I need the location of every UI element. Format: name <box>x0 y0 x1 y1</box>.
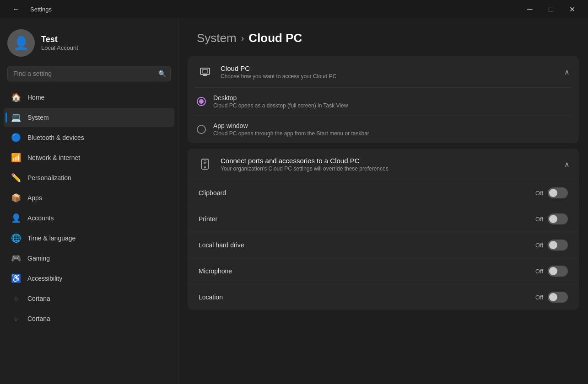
microphone-toggle[interactable] <box>548 266 568 277</box>
breadcrumb-parent: System <box>197 31 237 45</box>
breadcrumb-separator: › <box>241 33 244 43</box>
sidebar-item-label: Cortana <box>27 315 50 322</box>
sidebar-item-gaming[interactable]: 🎮 Gaming <box>4 249 174 268</box>
sidebar-item-cortana1[interactable]: ○ Cortana <box>4 289 174 308</box>
local-hard-drive-row: Local hard drive Off <box>188 232 579 258</box>
sidebar-item-label: Apps <box>27 194 42 202</box>
app-title: Settings <box>30 6 52 13</box>
maximize-button[interactable]: □ <box>540 0 561 18</box>
local-hard-drive-toggle[interactable] <box>548 240 568 251</box>
connect-ports-subtitle: Your organization's Cloud PC settings wi… <box>221 165 388 172</box>
back-icon: ← <box>12 5 20 13</box>
microphone-status: Off <box>535 268 543 275</box>
connect-ports-chevron-icon: ∧ <box>564 160 570 169</box>
bluetooth-icon: 🔵 <box>11 133 21 143</box>
clipboard-toggle[interactable] <box>548 187 568 198</box>
cloud-pc-icon <box>197 64 213 80</box>
app-window-option-desc: Cloud PC opens through the app from the … <box>213 130 369 137</box>
sidebar-item-network[interactable]: 📶 Network & internet <box>4 148 174 167</box>
connect-ports-title: Connect ports and accessories to a Cloud… <box>221 157 388 165</box>
sidebar-item-cortana2[interactable]: ○ Cortana <box>4 309 174 328</box>
sidebar-item-time[interactable]: 🌐 Time & language <box>4 229 174 248</box>
svg-rect-0 <box>200 68 210 75</box>
svg-rect-1 <box>202 69 208 73</box>
connect-ports-icon <box>197 156 213 172</box>
printer-toggle[interactable] <box>548 213 568 224</box>
time-icon: 🌐 <box>11 233 21 243</box>
breadcrumb: System › Cloud PC <box>178 18 588 56</box>
sidebar-item-label: Network & internet <box>27 154 80 161</box>
sidebar-item-personalization[interactable]: ✏️ Personalization <box>4 168 174 187</box>
section-header-left: Cloud PC Choose how you want to access y… <box>197 64 336 80</box>
desktop-radio-option[interactable]: Desktop Cloud PC opens as a desktop (ful… <box>188 88 579 115</box>
cloud-pc-chevron-icon: ∧ <box>564 68 570 76</box>
accounts-icon: 👤 <box>11 213 21 223</box>
sidebar-nav: 🏠 Home 💻 System 🔵 Bluetooth & devices 📶 … <box>0 87 178 384</box>
apps-icon: 📦 <box>11 193 21 203</box>
profile-subtitle: Local Account <box>41 44 78 51</box>
location-status: Off <box>535 294 543 301</box>
sidebar-item-accounts[interactable]: 👤 Accounts <box>4 208 174 228</box>
close-button[interactable]: ✕ <box>561 0 583 18</box>
app-window-radio-option[interactable]: App window Cloud PC opens through the ap… <box>188 116 579 143</box>
cloud-pc-title: Cloud PC <box>221 64 336 72</box>
sidebar-item-accessibility[interactable]: ♿ Accessibility <box>4 269 174 288</box>
sidebar-item-home[interactable]: 🏠 Home <box>4 88 174 107</box>
avatar: 👤 <box>7 29 35 57</box>
sidebar-item-label: Gaming <box>27 255 50 262</box>
sidebar-item-label: Cortana <box>27 295 50 302</box>
search-box: 🔍 <box>7 66 171 81</box>
titlebar-left: ← Settings <box>5 0 52 18</box>
desktop-radio-button[interactable] <box>197 97 206 106</box>
breadcrumb-current: Cloud PC <box>248 31 302 45</box>
local-hard-drive-label: Local hard drive <box>199 241 244 249</box>
location-toggle[interactable] <box>548 292 568 303</box>
minimize-button[interactable]: ─ <box>519 0 540 18</box>
sidebar-item-label: System <box>27 114 49 121</box>
cortana1-icon: ○ <box>11 293 21 304</box>
sidebar-item-label: Accessibility <box>27 275 62 282</box>
clipboard-row: Clipboard Off <box>188 180 579 206</box>
app-container: 👤 Test Local Account 🔍 🏠 Home 💻 System <box>0 18 588 384</box>
sidebar-item-apps[interactable]: 📦 Apps <box>4 188 174 208</box>
sidebar-item-bluetooth[interactable]: 🔵 Bluetooth & devices <box>4 128 174 147</box>
clipboard-status: Off <box>535 190 543 197</box>
printer-label: Printer <box>199 215 217 223</box>
desktop-option-title: Desktop <box>213 94 348 101</box>
sidebar-item-system[interactable]: 💻 System <box>4 108 174 127</box>
svg-rect-4 <box>202 159 208 169</box>
sidebar-item-label: Accounts <box>27 214 54 222</box>
sidebar-item-label: Personalization <box>27 174 71 181</box>
cortana2-icon: ○ <box>11 314 21 324</box>
window-controls: ─ □ ✕ <box>519 0 583 18</box>
profile-info: Test Local Account <box>41 35 78 51</box>
local-hard-drive-status: Off <box>535 242 543 249</box>
sidebar-item-label: Time & language <box>27 235 76 242</box>
svg-point-8 <box>205 167 206 168</box>
sidebar: 👤 Test Local Account 🔍 🏠 Home 💻 System <box>0 18 178 384</box>
close-icon: ✕ <box>569 5 575 14</box>
connect-ports-header[interactable]: Connect ports and accessories to a Cloud… <box>188 149 579 180</box>
search-input[interactable] <box>7 66 171 81</box>
app-window-option-title: App window <box>213 122 369 129</box>
sidebar-item-label: Bluetooth & devices <box>27 134 84 141</box>
cloud-pc-section-header[interactable]: Cloud PC Choose how you want to access y… <box>188 56 579 87</box>
profile-name: Test <box>41 35 78 44</box>
back-button[interactable]: ← <box>5 0 27 18</box>
personalization-icon: ✏️ <box>11 173 21 183</box>
location-row: Location Off <box>188 284 579 310</box>
microphone-label: Microphone <box>199 267 232 275</box>
app-window-radio-button[interactable] <box>197 125 206 134</box>
user-profile: 👤 Test Local Account <box>0 18 178 66</box>
cloud-pc-subtitle: Choose how you want to access your Cloud… <box>221 73 336 80</box>
clipboard-label: Clipboard <box>199 189 226 197</box>
sidebar-item-label: Home <box>27 94 44 101</box>
desktop-option-desc: Cloud PC opens as a desktop (full screen… <box>213 102 348 109</box>
printer-status: Off <box>535 216 543 223</box>
section-header-left: Connect ports and accessories to a Cloud… <box>197 156 388 172</box>
location-label: Location <box>199 293 223 301</box>
microphone-row: Microphone Off <box>188 258 579 284</box>
connect-ports-section: Connect ports and accessories to a Cloud… <box>188 149 579 310</box>
search-icon: 🔍 <box>158 70 166 77</box>
avatar-icon: 👤 <box>13 36 29 51</box>
